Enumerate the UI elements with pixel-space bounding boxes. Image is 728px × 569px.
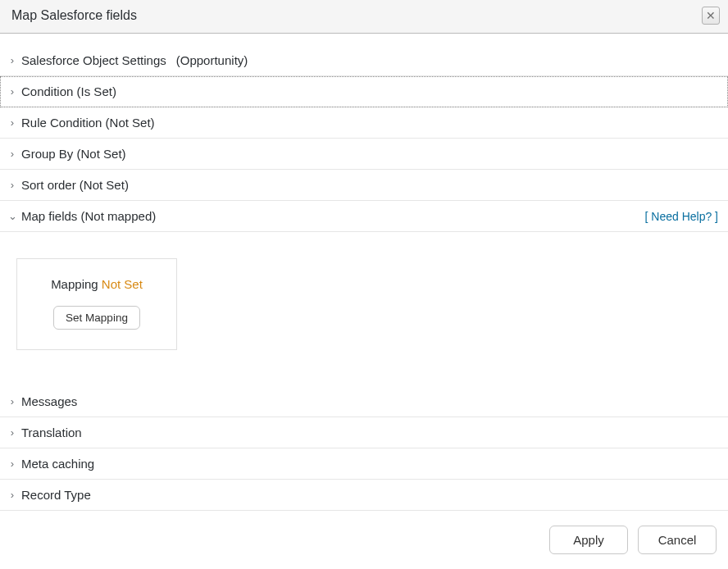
chevron-right-icon: › [7,148,18,160]
section-label: Record Type [21,488,91,502]
chevron-down-icon: ⌄ [7,210,18,222]
section-label: Translation [21,426,82,439]
section-record-type[interactable]: › Record Type [0,480,728,511]
section-map-fields[interactable]: ⌄ Map fields (Not mapped) [ Need Help? ] [0,201,728,232]
section-label: Group By (Not Set) [21,147,126,161]
section-object-settings[interactable]: › Salesforce Object Settings (Opportunit… [0,45,728,76]
section-translation[interactable]: › Translation [0,417,728,448]
chevron-right-icon: › [7,489,18,501]
section-label: Map fields (Not mapped) [21,209,156,223]
cancel-button[interactable]: Cancel [638,526,717,554]
chevron-right-icon: › [7,54,18,66]
dialog-footer: Apply Cancel [0,511,728,569]
section-label: Sort order (Not Set) [21,178,129,192]
section-label: Meta caching [21,457,94,471]
dialog: Map Salesforce fields ✕ › Salesforce Obj… [0,0,728,569]
chevron-right-icon: › [7,426,18,439]
chevron-right-icon: › [7,85,18,98]
section-label: Condition (Is Set) [21,84,116,98]
sections: › Salesforce Object Settings (Opportunit… [0,34,728,511]
mapping-status-value: Not Set [102,277,143,291]
section-group-by[interactable]: › Group By (Not Set) [0,139,728,170]
section-extra: (Opportunity) [176,53,248,67]
section-meta-caching[interactable]: › Meta caching [0,448,728,480]
mapping-status-label: Mapping [51,277,98,291]
mapping-status: Mapping Not Set [32,277,162,291]
chevron-right-icon: › [7,457,18,470]
section-condition[interactable]: › Condition (Is Set) [0,76,728,107]
apply-button[interactable]: Apply [549,526,628,554]
section-sort-order[interactable]: › Sort order (Not Set) [0,170,728,201]
map-fields-body: Mapping Not Set Set Mapping [0,232,728,386]
dialog-title: Map Salesforce fields [11,8,137,23]
chevron-right-icon: › [7,116,18,129]
section-rule-condition[interactable]: › Rule Condition (Not Set) [0,107,728,139]
close-button[interactable]: ✕ [702,7,720,25]
titlebar: Map Salesforce fields ✕ [0,0,728,34]
section-label: Messages [21,394,77,408]
close-icon: ✕ [706,10,716,21]
need-help-link[interactable]: [ Need Help? ] [645,210,719,223]
set-mapping-button[interactable]: Set Mapping [53,306,140,330]
section-messages[interactable]: › Messages [0,386,728,417]
mapping-card: Mapping Not Set Set Mapping [16,258,177,350]
section-label: Rule Condition (Not Set) [21,116,155,130]
chevron-right-icon: › [7,179,18,191]
section-label: Salesforce Object Settings [21,53,166,67]
chevron-right-icon: › [7,395,18,407]
